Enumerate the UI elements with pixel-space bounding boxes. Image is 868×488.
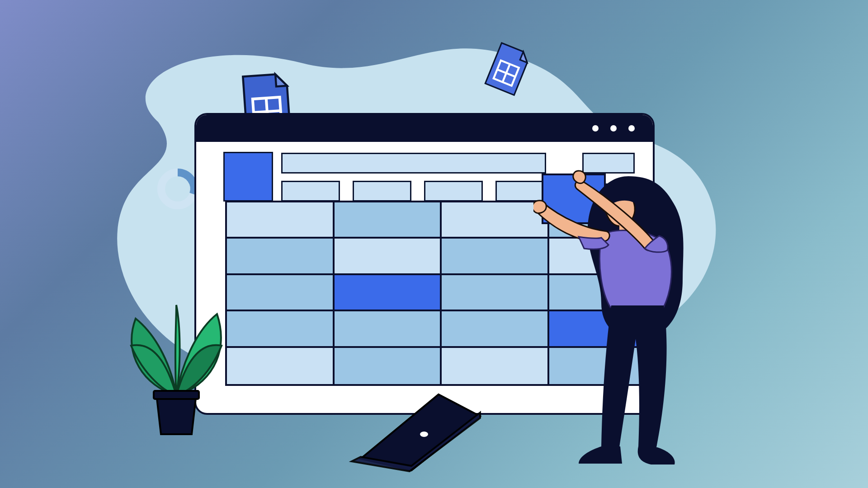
toolbar-chip[interactable]	[582, 153, 635, 174]
toolbar-pill[interactable]	[281, 181, 340, 202]
spreadsheet-cell[interactable]	[335, 311, 442, 347]
toolbar-pill-row	[281, 181, 554, 202]
spreadsheet-cell[interactable]	[335, 348, 442, 384]
illustration-scene	[0, 0, 868, 488]
spreadsheet-cell[interactable]	[442, 275, 549, 311]
window-control-dot[interactable]	[610, 125, 617, 131]
spreadsheet-cell[interactable]	[227, 239, 335, 275]
spreadsheet-cell[interactable]	[549, 275, 655, 311]
spreadsheet-cell[interactable]	[335, 239, 442, 275]
spreadsheet-cell[interactable]	[442, 239, 549, 275]
formula-bar[interactable]	[281, 153, 546, 174]
window-control-dot[interactable]	[592, 125, 599, 131]
toolbar-pill[interactable]	[424, 181, 483, 202]
spreadsheet-cell[interactable]	[227, 202, 335, 239]
svg-point-8	[420, 432, 428, 437]
spreadsheet-cell[interactable]	[335, 202, 442, 239]
window-titlebar	[196, 115, 653, 142]
toolbar-pill[interactable]	[353, 181, 411, 202]
dragged-cell-tile[interactable]	[542, 174, 606, 224]
donut-chart-icon	[156, 167, 199, 211]
spreadsheet-cell[interactable]	[335, 275, 442, 311]
spreadsheet-grid[interactable]	[225, 201, 655, 386]
spreadsheet-cell[interactable]	[442, 202, 549, 239]
spreadsheet-window	[194, 113, 655, 415]
spreadsheet-cell[interactable]	[549, 311, 655, 347]
spreadsheet-cell[interactable]	[549, 239, 655, 275]
spreadsheet-cell[interactable]	[227, 311, 335, 347]
spreadsheet-cell[interactable]	[442, 348, 549, 384]
window-control-dot[interactable]	[628, 125, 635, 131]
spreadsheet-cell[interactable]	[227, 275, 335, 311]
spreadsheet-cell[interactable]	[549, 348, 655, 384]
app-logo-tile[interactable]	[223, 152, 273, 202]
spreadsheet-cell[interactable]	[442, 311, 549, 347]
spreadsheet-cell[interactable]	[227, 348, 335, 384]
